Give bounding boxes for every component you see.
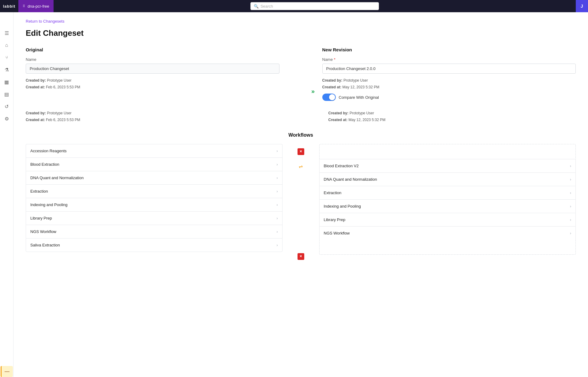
original-column: Original Name Production Changeset Creat…: [26, 47, 304, 101]
workflow-label: Extraction: [324, 190, 342, 195]
compare-toggle-label: Compare With Original: [339, 95, 379, 100]
forward-arrows-icon: »: [311, 88, 315, 95]
chevron-right-icon: ›: [277, 176, 278, 180]
workflow-label: Library Prep: [30, 216, 52, 220]
workflow-item-blood-extraction[interactable]: Blood Extraction ›: [26, 157, 283, 171]
new-revision-name-input[interactable]: [322, 64, 576, 74]
compare-toggle[interactable]: [322, 94, 336, 101]
workflow-label: NGS Workflow: [30, 229, 56, 234]
user-avatar[interactable]: J: [576, 0, 588, 12]
original-meta: Created by: Prototype User Created at: F…: [26, 77, 279, 91]
chevron-right-icon: ›: [570, 177, 571, 182]
workflow-item-ngs-workflow[interactable]: NGS Workflow ›: [26, 225, 283, 238]
chevron-right-icon: ›: [570, 231, 571, 235]
search-placeholder-text: Search: [260, 4, 273, 9]
workflow-label: Indexing and Pooling: [324, 204, 361, 209]
workflow-label: Indexing and Pooling: [30, 202, 67, 207]
bottom-meta-right: Created by: Prototype User Created at: M…: [328, 110, 576, 123]
comparison-header: Original Name Production Changeset Creat…: [26, 47, 576, 101]
chevron-right-icon: ›: [277, 216, 278, 220]
right-placeholder-saliva: [319, 240, 576, 255]
workflow-label: Blood Extraction: [30, 162, 59, 167]
sidebar-item-highlight[interactable]: —: [1, 366, 13, 377]
workflow-item-blood-extraction-v2[interactable]: Blood Extraction V2 ›: [319, 159, 576, 172]
workflows-right-column: Blood Extraction V2 › DNA Quant and Norm…: [319, 144, 576, 255]
logo: labbit: [0, 0, 18, 12]
workflow-label: Extraction: [30, 189, 48, 194]
breadcrumb[interactable]: Return to Changesets: [26, 19, 64, 24]
new-revision-column: New Revision Name * Created by: Prototyp…: [322, 47, 576, 101]
chevron-right-icon: ›: [277, 243, 278, 247]
workflow-item-right-indexing[interactable]: Indexing and Pooling ›: [319, 199, 576, 213]
app-selector[interactable]: ⠿ dna-pcr-free: [18, 0, 54, 12]
chevron-right-icon: ›: [570, 191, 571, 195]
workflow-item-right-dna-quant[interactable]: DNA Quant and Normalization ›: [319, 172, 576, 186]
new-revision-meta: Created by: Prototype User Created at: M…: [322, 77, 576, 91]
arrow-divider: »: [304, 47, 322, 101]
new-revision-section-title: New Revision: [322, 47, 576, 52]
workflow-label: NGS Workflow: [324, 231, 350, 235]
workflow-label: DNA Quant and Normalization: [30, 176, 84, 180]
workflow-label: Library Prep: [324, 217, 346, 222]
workflow-item-right-library-prep[interactable]: Library Prep ›: [319, 213, 576, 226]
sidebar: ☰ ⌂ ⑂ ⚗ ▦ ▤ ↺ ⚙ —: [0, 12, 13, 377]
workflow-item-right-ngs[interactable]: NGS Workflow ›: [319, 226, 576, 240]
action-blood-extraction: ⇌: [299, 159, 303, 174]
sidebar-item-barcode[interactable]: ▦: [1, 76, 13, 87]
sidebar-item-settings[interactable]: ⚙: [1, 113, 13, 124]
workflows-left-list: Accession Reagents › Blood Extraction › …: [26, 144, 283, 252]
chevron-right-icon: ›: [570, 164, 571, 168]
search-icon: 🔍: [254, 4, 259, 9]
toggle-knob: [329, 94, 335, 100]
action-saliva: ✕: [298, 249, 304, 264]
right-placeholder-accession: [319, 144, 576, 159]
chevron-right-icon: ›: [277, 189, 278, 194]
workflow-item-dna-quant[interactable]: DNA Quant and Normalization ›: [26, 171, 283, 184]
sidebar-item-table[interactable]: ▤: [1, 89, 13, 100]
action-accession: ✕: [298, 144, 304, 159]
swap-blood-extraction-icon[interactable]: ⇌: [299, 164, 303, 169]
app-grid-icon: ⠿: [23, 4, 25, 8]
bottom-meta-left: Created by: Prototype User Created at: F…: [26, 110, 298, 123]
original-section-title: Original: [26, 47, 279, 52]
new-revision-name-label: Name *: [322, 57, 576, 62]
topbar: labbit ⠿ dna-pcr-free 🔍 Search J: [0, 0, 588, 12]
workflows-title: Workflows: [26, 132, 576, 138]
workflow-label: Saliva Extraction: [30, 243, 60, 247]
workflow-item-indexing-pooling[interactable]: Indexing and Pooling ›: [26, 198, 283, 211]
workflows-left-column: Accession Reagents › Blood Extraction › …: [26, 144, 283, 252]
required-indicator: *: [334, 57, 335, 62]
chevron-right-icon: ›: [277, 203, 278, 207]
workflow-label: DNA Quant and Normalization: [324, 177, 377, 182]
sidebar-item-flask[interactable]: ⚗: [1, 64, 13, 75]
search-area: 🔍 Search: [54, 2, 576, 10]
original-name-label: Name: [26, 57, 279, 62]
app-name: dna-pcr-free: [28, 4, 49, 9]
original-name-input: Production Changeset: [26, 64, 279, 74]
remove-accession-button[interactable]: ✕: [298, 148, 304, 155]
chevron-right-icon: ›: [277, 162, 278, 167]
compare-toggle-row: Compare With Original: [322, 94, 576, 101]
workflow-label: Accession Reagents: [30, 149, 67, 153]
workflow-item-extraction[interactable]: Extraction ›: [26, 184, 283, 198]
chevron-right-icon: ›: [277, 230, 278, 234]
workflows-grid: Accession Reagents › Blood Extraction › …: [26, 144, 576, 264]
chevron-right-icon: ›: [277, 149, 278, 153]
workflow-item-saliva-extraction[interactable]: Saliva Extraction ›: [26, 238, 283, 252]
sidebar-item-home[interactable]: ⌂: [1, 40, 13, 51]
page-title: Edit Changeset: [26, 28, 576, 38]
bottom-metadata: Created by: Prototype User Created at: F…: [26, 107, 576, 123]
sidebar-item-workflow[interactable]: ↺: [1, 101, 13, 112]
sidebar-item-git[interactable]: ⑂: [1, 52, 13, 63]
sidebar-item-menu[interactable]: ☰: [1, 28, 13, 39]
remove-saliva-button[interactable]: ✕: [298, 253, 304, 260]
main-content: Return to Changesets Edit Changeset Orig…: [13, 12, 588, 377]
workflow-item-library-prep[interactable]: Library Prep ›: [26, 211, 283, 225]
chevron-right-icon: ›: [570, 204, 571, 209]
workflow-label: Blood Extraction V2: [324, 164, 359, 168]
search-box[interactable]: 🔍 Search: [250, 2, 379, 10]
workflow-item-right-extraction[interactable]: Extraction ›: [319, 186, 576, 199]
workflow-item-accession-reagents[interactable]: Accession Reagents ›: [26, 144, 283, 157]
workflows-actions-column: ✕ ⇌ ✕: [295, 144, 307, 264]
chevron-right-icon: ›: [570, 218, 571, 222]
